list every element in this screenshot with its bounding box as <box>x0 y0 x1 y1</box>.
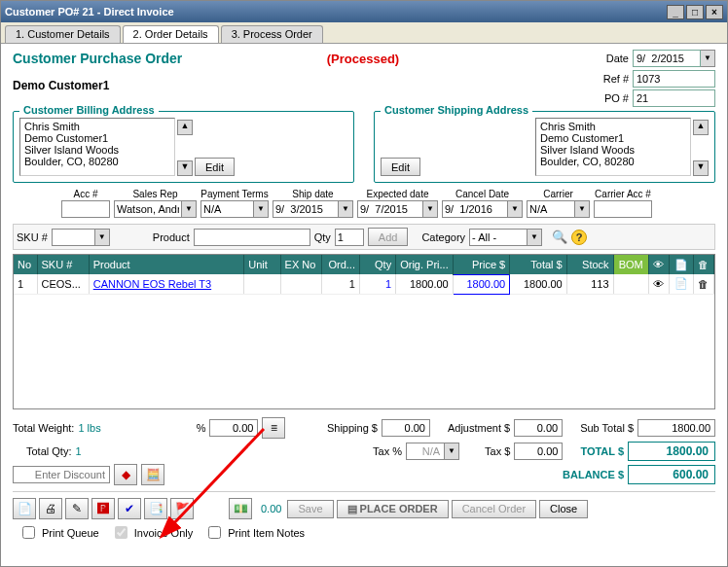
taxpct-field[interactable] <box>406 443 445 460</box>
status-badge: (Processed) <box>266 52 460 66</box>
total-label: TOTAL $ <box>580 445 624 457</box>
close-button[interactable]: × <box>706 5 723 19</box>
carrier-acc-field[interactable] <box>594 200 652 218</box>
row-trash-icon[interactable] <box>693 274 713 294</box>
pdf-icon[interactable]: 🅿 <box>91 498 115 519</box>
titlebar: Customer PO# 21 - Direct Invoice _ □ × <box>1 1 727 22</box>
category-dropdown[interactable]: ▼ <box>528 229 542 246</box>
category-label: Category <box>421 231 465 243</box>
print-notes-check[interactable]: Print Item Notes <box>204 523 305 542</box>
shipping-label: Shipping $ <box>327 422 378 434</box>
cancel-order-button[interactable]: Cancel Order <box>452 500 536 518</box>
ship-date-field[interactable] <box>273 200 339 218</box>
minimize-button[interactable]: _ <box>667 5 684 19</box>
maximize-button[interactable]: □ <box>686 5 704 19</box>
page-title: Customer Purchase Order <box>13 51 266 66</box>
search-icon[interactable]: 🔍 <box>552 230 567 244</box>
place-order-button[interactable]: ▤ PLACE ORDER <box>337 500 449 518</box>
discount-field[interactable] <box>13 466 110 483</box>
trash-icon[interactable] <box>693 255 713 274</box>
add-button[interactable]: Add <box>368 228 409 246</box>
billing-group: Customer Billing Address Chris Smith Dem… <box>13 111 354 183</box>
product-field[interactable] <box>194 229 310 246</box>
terms-field[interactable] <box>200 200 254 218</box>
print-icon[interactable]: 🖨 <box>39 498 62 519</box>
cancel-date-label: Cancel Date <box>455 189 509 199</box>
balance-value: 600.00 <box>628 465 715 484</box>
cancel-date-dropdown[interactable]: ▼ <box>508 200 523 218</box>
billing-address[interactable]: Chris Smith Demo Customer1 Silver Island… <box>19 118 175 176</box>
eye-icon[interactable] <box>648 255 669 274</box>
tax-field[interactable] <box>514 443 563 460</box>
row-eye-icon[interactable] <box>648 274 669 294</box>
print-queue-check[interactable]: Print Queue <box>18 523 99 542</box>
pct-field[interactable] <box>209 419 258 437</box>
sku-field[interactable] <box>52 229 95 246</box>
acc-label: Acc # <box>73 189 97 199</box>
subtotal-label: Sub Total $ <box>580 422 634 434</box>
taxpct-dropdown[interactable]: ▼ <box>445 443 459 460</box>
close-order-button[interactable]: Close <box>539 500 588 518</box>
row-page-icon[interactable] <box>670 274 693 294</box>
terms-label: Payment Terms <box>200 189 268 199</box>
scroll-up-icon[interactable]: ▲ <box>693 120 709 135</box>
cash-value: 0.00 <box>261 503 281 514</box>
qty-field[interactable] <box>335 229 364 246</box>
scroll-down-icon[interactable]: ▼ <box>177 160 193 176</box>
weight-label: Total Weight: <box>13 422 74 434</box>
weight-value: 1 lbs <box>78 422 100 434</box>
balance-label: BALANCE $ <box>563 469 624 480</box>
ship-date-dropdown[interactable]: ▼ <box>339 200 353 218</box>
scroll-up-icon[interactable]: ▲ <box>177 120 193 135</box>
table-row[interactable]: 1 CEOS... CANNON EOS Rebel T3 1 1 1800.0… <box>14 274 714 294</box>
shipping-legend: Customer Shipping Address <box>381 104 532 116</box>
billing-edit-button[interactable]: Edit <box>195 158 235 176</box>
help-icon[interactable]: ? <box>571 230 587 245</box>
save-button[interactable]: Save <box>287 500 333 518</box>
window-title: Customer PO# 21 - Direct Invoice <box>5 6 665 18</box>
shipping-address[interactable]: Chris Smith Demo Customer1 Silver Island… <box>535 118 691 176</box>
date-field[interactable] <box>633 50 701 67</box>
carrier-acc-label: Carrier Acc # <box>595 189 651 199</box>
rep-field[interactable] <box>114 200 182 218</box>
page-icon[interactable] <box>670 255 693 274</box>
carrier-dropdown[interactable]: ▼ <box>575 200 590 218</box>
adj-label: Adjustment $ <box>448 422 510 434</box>
tab-process-order[interactable]: 3. Process Order <box>221 25 323 43</box>
acc-field[interactable] <box>61 200 110 218</box>
tab-order-details[interactable]: 2. Order Details <box>123 25 219 43</box>
shipping-field[interactable] <box>382 419 430 437</box>
tax-label: Tax $ <box>485 445 510 457</box>
scroll-down-icon[interactable]: ▼ <box>693 160 709 176</box>
adj-field[interactable] <box>514 419 563 437</box>
discount-calc-button[interactable]: 🧮 <box>141 464 164 485</box>
ref-field[interactable] <box>633 70 715 88</box>
sku-dropdown[interactable]: ▼ <box>95 229 110 246</box>
totalqty-value: 1 <box>75 445 81 457</box>
copy-icon[interactable]: 📑 <box>144 498 167 519</box>
flag-icon[interactable]: 🚩 <box>170 498 194 519</box>
product-link[interactable]: CANNON EOS Rebel T3 <box>89 274 244 294</box>
exp-date-field[interactable] <box>357 200 423 218</box>
exp-date-dropdown[interactable]: ▼ <box>423 200 438 218</box>
discount-clear-button[interactable]: ◆ <box>114 464 137 485</box>
rep-dropdown[interactable]: ▼ <box>182 200 197 218</box>
shipping-edit-button[interactable]: Edit <box>381 158 420 176</box>
taxpct-label: Tax % <box>373 445 402 457</box>
pct-apply-button[interactable]: ≡ <box>262 417 285 439</box>
date-dropdown[interactable]: ▼ <box>701 50 715 67</box>
terms-dropdown[interactable]: ▼ <box>254 200 269 218</box>
cancel-date-field[interactable] <box>442 200 508 218</box>
category-field[interactable] <box>469 229 528 246</box>
tab-customer-details[interactable]: 1. Customer Details <box>5 25 121 43</box>
edit-icon[interactable]: ✎ <box>65 498 89 519</box>
invoice-only-check[interactable]: Invoice Only <box>111 523 194 542</box>
check-icon[interactable]: ✔ <box>118 498 141 519</box>
export-icon[interactable]: 📄 <box>13 498 36 519</box>
product-label: Product <box>153 231 190 243</box>
po-field[interactable] <box>633 89 715 107</box>
grid-header: No SKU # Product Unit EX No Ord... Qty O… <box>14 255 714 274</box>
cash-icon[interactable]: 💵 <box>229 498 252 519</box>
sku-label: SKU # <box>17 231 48 243</box>
carrier-field[interactable] <box>527 200 575 218</box>
